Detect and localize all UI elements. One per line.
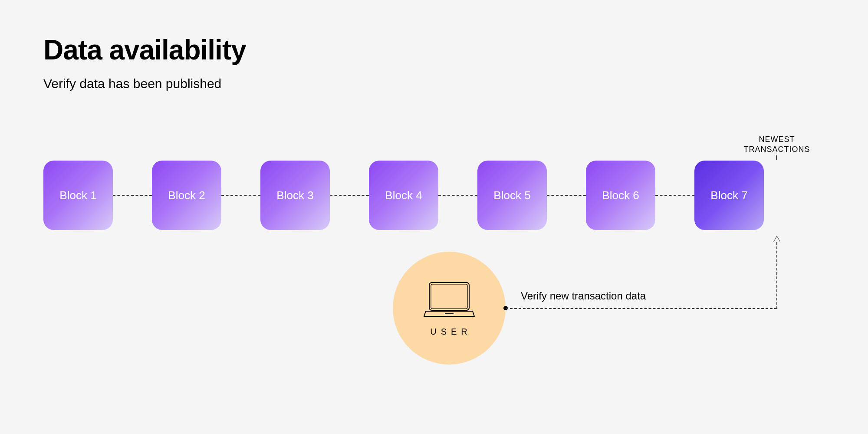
block-5: Block 5 xyxy=(477,161,547,230)
chain-connector xyxy=(547,195,586,196)
diagram-subtitle: Verify data has been published xyxy=(43,76,221,91)
svg-rect-1 xyxy=(431,284,467,309)
arrow-up-icon xyxy=(774,237,780,242)
verify-transaction-label: Verify new transaction data xyxy=(521,290,646,302)
block-1: Block 1 xyxy=(43,161,113,230)
newest-label-tick xyxy=(776,155,777,160)
blockchain-row: Block 1 Block 2 Block 3 Block 4 Block 5 … xyxy=(43,161,764,230)
chain-connector xyxy=(113,195,152,196)
verify-path-vertical xyxy=(776,242,777,309)
chain-connector xyxy=(655,195,694,196)
user-label: USER xyxy=(430,327,472,337)
chain-connector xyxy=(221,195,260,196)
chain-connector xyxy=(438,195,477,196)
diagram-title: Data availability xyxy=(43,34,246,66)
block-2: Block 2 xyxy=(152,161,221,230)
laptop-icon xyxy=(423,280,475,319)
user-node: USER xyxy=(393,252,506,365)
svg-rect-0 xyxy=(429,283,469,310)
newest-label-line2: TRANSACTIONS xyxy=(743,145,810,154)
block-3: Block 3 xyxy=(260,161,330,230)
block-7-newest: Block 7 xyxy=(694,161,764,230)
verify-path-horizontal xyxy=(506,308,777,309)
block-6: Block 6 xyxy=(586,161,655,230)
newest-label-line1: NEWEST xyxy=(759,135,795,144)
block-4: Block 4 xyxy=(369,161,438,230)
chain-connector xyxy=(330,195,369,196)
newest-transactions-label: NEWEST TRANSACTIONS xyxy=(733,135,820,155)
